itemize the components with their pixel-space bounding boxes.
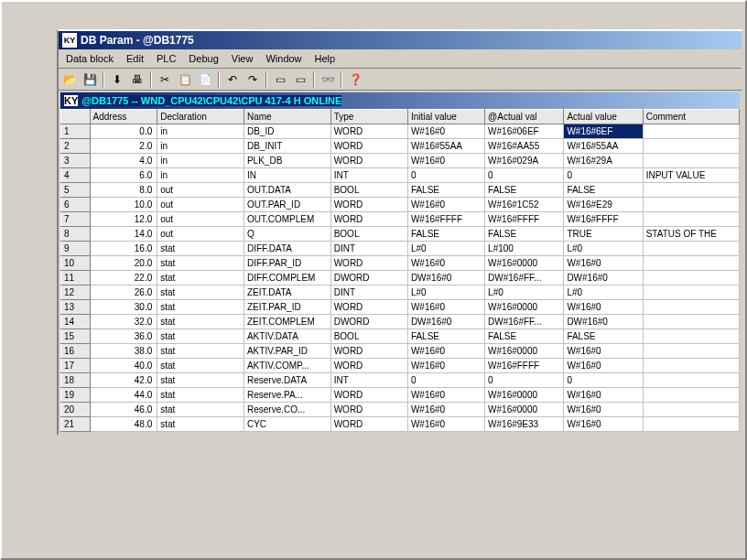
cell-comment[interactable] — [643, 139, 739, 154]
cell-actual[interactable]: W#16#0 — [564, 417, 643, 432]
cell-actual[interactable]: DW#16#0 — [564, 315, 643, 329]
cell-comment[interactable] — [643, 154, 739, 168]
cell-init[interactable]: W#16#55AA — [407, 139, 484, 154]
cell-at[interactable]: 0 — [485, 168, 564, 183]
cell-decl[interactable]: out — [157, 183, 244, 198]
cell-at[interactable]: W#16#0000 — [485, 403, 564, 417]
col-rownum[interactable] — [61, 110, 91, 124]
cell-name[interactable]: ZEIT.PAR_ID — [244, 300, 330, 315]
cell-at[interactable]: L#100 — [485, 242, 564, 256]
cell-actual[interactable]: W#16#0 — [564, 344, 643, 359]
cell-decl[interactable]: in — [157, 168, 244, 183]
table-row[interactable]: 1122.0statDIFF.COMPLEMDWORDDW#16#0DW#16#… — [61, 271, 740, 285]
cell-rownum[interactable]: 17 — [61, 359, 91, 373]
cell-at[interactable]: FALSE — [485, 329, 564, 344]
table-row[interactable]: 2046.0statReserve.CO...WORDW#16#0W#16#00… — [61, 403, 740, 417]
cell-name[interactable]: Reserve.DATA — [244, 373, 330, 388]
cell-init[interactable]: DW#16#0 — [407, 271, 484, 285]
cell-init[interactable]: FALSE — [407, 227, 484, 242]
download-icon[interactable]: ⬇ — [108, 70, 126, 89]
cell-init[interactable]: W#16#FFFF — [407, 212, 484, 227]
cell-name[interactable]: PLK_DB — [244, 154, 330, 168]
cell-actual[interactable]: L#0 — [564, 242, 643, 256]
cell-rownum[interactable]: 7 — [61, 212, 91, 227]
cell-addr[interactable]: 4.0 — [90, 154, 157, 168]
cell-rownum[interactable]: 11 — [61, 271, 91, 285]
cell-addr[interactable]: 44.0 — [90, 388, 157, 403]
cell-init[interactable]: L#0 — [407, 242, 484, 256]
cell-rownum[interactable]: 15 — [61, 329, 91, 344]
titlebar[interactable]: KY DB Param - @DB1775 — [59, 31, 742, 49]
table-row[interactable]: 58.0outOUT.DATABOOLFALSEFALSEFALSE — [61, 183, 740, 198]
col-declaration[interactable]: Declaration — [157, 110, 244, 124]
cell-init[interactable]: W#16#0 — [407, 344, 484, 359]
cell-type[interactable]: WORD — [330, 403, 407, 417]
cell-addr[interactable]: 46.0 — [90, 403, 157, 417]
cell-decl[interactable]: stat — [157, 300, 244, 315]
table-row[interactable]: 1740.0statAKTIV.COMP...WORDW#16#0W#16#FF… — [61, 359, 740, 373]
save-icon[interactable]: 💾 — [81, 70, 99, 89]
cell-comment[interactable] — [643, 183, 739, 198]
cell-addr[interactable]: 22.0 — [90, 271, 157, 285]
cell-actual[interactable]: TRUE — [564, 227, 643, 242]
cell-decl[interactable]: stat — [157, 373, 244, 388]
cell-init[interactable]: DW#16#0 — [407, 315, 484, 329]
cell-rownum[interactable]: 3 — [61, 154, 91, 168]
col-address[interactable]: Address — [90, 110, 157, 124]
cell-init[interactable]: W#16#0 — [407, 403, 484, 417]
cell-actual[interactable]: W#16#0 — [564, 256, 643, 271]
cell-at[interactable]: DW#16#FF... — [485, 271, 564, 285]
cell-addr[interactable]: 10.0 — [90, 198, 157, 212]
cell-init[interactable]: FALSE — [407, 183, 484, 198]
cell-comment[interactable] — [643, 212, 739, 227]
menu-help[interactable]: Help — [309, 51, 341, 66]
cell-init[interactable]: W#16#0 — [407, 300, 484, 315]
cell-init[interactable]: W#16#0 — [407, 124, 484, 139]
cell-decl[interactable]: stat — [157, 315, 244, 329]
cell-addr[interactable]: 12.0 — [90, 212, 157, 227]
cell-rownum[interactable]: 19 — [61, 388, 91, 403]
cell-addr[interactable]: 2.0 — [90, 139, 157, 154]
cell-type[interactable]: BOOL — [330, 183, 407, 198]
menu-view[interactable]: View — [226, 51, 259, 66]
cell-at[interactable]: W#16#0000 — [485, 256, 564, 271]
cell-decl[interactable]: stat — [157, 403, 244, 417]
table-row[interactable]: 712.0outOUT.COMPLEMWORDW#16#FFFFW#16#FFF… — [61, 212, 740, 227]
cell-type[interactable]: WORD — [330, 198, 407, 212]
cell-type[interactable]: DWORD — [330, 315, 407, 329]
cell-at[interactable]: W#16#1C52 — [485, 198, 564, 212]
menu-edit[interactable]: Edit — [121, 51, 149, 66]
paste-icon[interactable]: 📄 — [196, 70, 214, 89]
table-row[interactable]: 814.0outQBOOLFALSEFALSETRUESTATUS OF THE — [61, 227, 740, 242]
cell-name[interactable]: CYC — [244, 417, 330, 432]
cell-decl[interactable]: out — [157, 227, 244, 242]
table-row[interactable]: 34.0inPLK_DBWORDW#16#0W#16#029AW#16#29A — [61, 154, 740, 168]
cell-decl[interactable]: stat — [157, 285, 244, 300]
cell-type[interactable]: BOOL — [330, 227, 407, 242]
cell-init[interactable]: W#16#0 — [407, 417, 484, 432]
cell-actual[interactable]: W#16#55AA — [564, 139, 643, 154]
cell-type[interactable]: WORD — [330, 124, 407, 139]
block1-icon[interactable]: ▭ — [271, 70, 289, 89]
cell-init[interactable]: W#16#0 — [407, 198, 484, 212]
cell-type[interactable]: WORD — [330, 139, 407, 154]
cell-decl[interactable]: out — [157, 198, 244, 212]
cell-addr[interactable]: 0.0 — [90, 124, 157, 139]
cell-comment[interactable] — [643, 300, 739, 315]
copy-icon[interactable]: 📋 — [176, 70, 194, 89]
cell-name[interactable]: IN — [244, 168, 330, 183]
cell-addr[interactable]: 26.0 — [90, 285, 157, 300]
cell-actual[interactable]: W#16#E29 — [564, 198, 643, 212]
col-type[interactable]: Type — [330, 110, 407, 124]
cell-rownum[interactable]: 13 — [61, 300, 91, 315]
cell-at[interactable]: W#16#0000 — [485, 344, 564, 359]
cell-actual[interactable]: W#16#FFFF — [564, 212, 643, 227]
cell-comment[interactable] — [643, 388, 739, 403]
cell-rownum[interactable]: 18 — [61, 373, 91, 388]
cell-type[interactable]: BOOL — [330, 329, 407, 344]
table-row[interactable]: 916.0statDIFF.DATADINTL#0L#100L#0 — [61, 242, 740, 256]
table-row[interactable]: 1020.0statDIFF.PAR_IDWORDW#16#0W#16#0000… — [61, 256, 740, 271]
cell-name[interactable]: Reserve.PA... — [244, 388, 330, 403]
cell-rownum[interactable]: 8 — [61, 227, 91, 242]
table-row[interactable]: 22.0inDB_INITWORDW#16#55AAW#16#AA55W#16#… — [61, 139, 740, 154]
